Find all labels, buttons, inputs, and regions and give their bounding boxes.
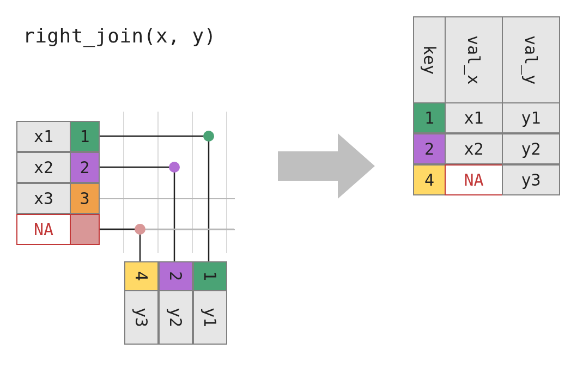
y-key-label: 1 [201, 271, 220, 281]
result-valx-cell: x1 [445, 102, 503, 133]
x-key-cell: 1 [70, 121, 100, 152]
arrow-icon [278, 131, 376, 201]
y-key-label: 2 [166, 271, 185, 281]
x-val-cell-na: NA [16, 214, 71, 245]
svg-marker-0 [278, 133, 375, 199]
result-header-label: key [420, 45, 439, 75]
y-val-cell: y2 [159, 290, 193, 345]
result-valy-cell: y3 [502, 164, 560, 195]
result-key-cell: 4 [413, 164, 446, 195]
grid-line [99, 229, 235, 230]
result-valx-cell: x2 [445, 133, 503, 164]
y-val-label: y3 [132, 308, 151, 327]
y-key-cell: 1 [193, 261, 227, 291]
result-header-key: key [413, 16, 446, 103]
result-header-valy: val_y [502, 16, 560, 103]
x-key-cell: 2 [70, 152, 100, 183]
x-val-cell: x3 [16, 183, 71, 214]
guide-line [226, 112, 227, 253]
result-valx-cell-na: NA [445, 164, 503, 195]
result-valy-cell: y2 [502, 133, 560, 164]
y-key-cell: 4 [124, 261, 159, 291]
result-key-cell: 2 [413, 133, 446, 164]
grid-line [99, 198, 235, 199]
diagram-title: right_join(x, y) [23, 24, 216, 47]
y-val-cell: y1 [193, 290, 227, 345]
result-header-valx: val_x [445, 16, 503, 103]
guide-line [192, 112, 193, 253]
x-key-cell-na [70, 214, 100, 245]
y-key-label: 4 [132, 271, 151, 281]
result-header-label: val_y [521, 35, 541, 84]
result-valy-cell: y1 [502, 102, 560, 133]
x-val-cell: x1 [16, 121, 71, 152]
x-val-cell: x2 [16, 152, 71, 183]
y-key-cell: 2 [159, 261, 193, 291]
diagram-stage: right_join(x, y) x1 1 x2 2 x3 3 NA 4 y3 … [0, 0, 583, 392]
x-key-cell: 3 [70, 183, 100, 214]
y-val-label: y1 [201, 308, 220, 327]
match-dot-green [203, 131, 214, 142]
result-key-cell: 1 [413, 102, 446, 133]
guide-line [157, 112, 159, 253]
y-val-cell: y3 [124, 290, 159, 345]
result-header-label: val_x [464, 35, 483, 84]
guide-line [123, 112, 124, 253]
match-dot-purple [169, 162, 180, 173]
y-val-label: y2 [166, 308, 185, 327]
